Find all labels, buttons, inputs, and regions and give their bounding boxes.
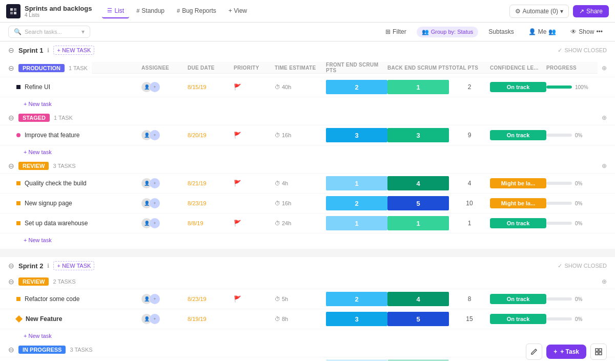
task-name[interactable]: New signup page [25,200,72,207]
tab-list[interactable]: ☰ List [102,4,129,18]
task-name[interactable]: Set up data warehouse [25,220,88,227]
task-name[interactable]: Refactor some code [25,295,79,303]
review2-toggle[interactable]: ⊖ [8,277,14,286]
sprint-1-new-task[interactable]: + NEW TASK [53,46,94,55]
me-button[interactable]: 👤 Me 👥 [524,26,561,37]
new-task-button[interactable]: + + Task [546,345,586,359]
progress-pct: 0% [575,133,582,138]
due-date: 8/21/19 [188,180,234,186]
task-name[interactable]: New Feature [26,315,62,323]
tab-add-view[interactable]: + View [223,4,252,18]
task-name[interactable]: Refine UI [25,83,50,91]
due-date: 8/8/19 [188,220,234,226]
progress-cell: 100% [546,84,598,90]
fe-pts-cell: 3 [326,312,387,326]
share-button[interactable]: ↗ Share [573,5,609,17]
table-row: User story 👤 + 8/26/19 🚩 ⏱ 24h 1 3 3 On … [0,357,615,360]
table-row: Refine UI 👤 + 8/15/19 🚩 ⏱ 40h 2 1 2 On t… [0,77,615,97]
priority-flag: 🚩 [234,180,275,187]
fe-pts-cell: 1 [326,216,387,230]
edit-icon-button[interactable] [526,344,542,360]
staged-add-icon[interactable]: ⊕ [602,114,607,121]
subtasks-button[interactable]: Subtasks [484,26,518,37]
plus-icon: + [554,348,557,355]
group-by-button[interactable]: 👥 Group by: Status [417,27,479,37]
due-date: 8/20/19 [188,132,234,138]
review2-add-icon[interactable]: ⊕ [602,278,607,285]
staged-task-count: 1 TASK [54,115,73,121]
progress-cell: 0% [546,181,598,186]
avatar-2: + [150,130,160,140]
group-review-header: ⊖ REVIEW 3 TASKS ⊕ [0,159,615,174]
grid-icon-button[interactable] [590,344,607,360]
automate-icon: ⚙ [515,8,521,15]
review2-new-task-link[interactable]: + New task [24,333,52,339]
production-task-count: 1 TASK [69,65,88,71]
sprint-1-show-closed[interactable]: ✓ SHOW CLOSED [558,47,607,54]
production-new-task-link[interactable]: + New task [24,101,52,107]
col-assignee: ASSIGNEE [141,65,188,71]
svg-rect-3 [14,12,16,14]
col-total-pts: TOTAL PTS [449,65,490,71]
chevron-down-icon: ▾ [81,28,85,35]
progress-bar [546,202,572,205]
review-add-icon[interactable]: ⊕ [602,162,607,169]
tab-standup[interactable]: # Standup [131,4,170,18]
show-button[interactable]: 👁 Show ••• [566,26,607,37]
assignee-cell: 👤 + [141,294,188,304]
staged-new-task-link[interactable]: + New task [24,149,52,155]
task-name-cell: New signup page [16,200,141,207]
review2-badge: REVIEW [18,277,49,286]
filter-button[interactable]: ⊞ Filter [381,26,411,37]
toolbar: 🔍 Search tasks... ▾ ⊞ Filter 👥 Group by:… [0,23,615,41]
share-icon: ↗ [579,8,584,15]
confidence-badge: On track [490,218,546,228]
staged-toggle[interactable]: ⊖ [8,114,14,122]
progress-pct: 0% [575,221,582,226]
sprint-2-info-icon: ℹ [47,263,49,269]
fe-pts-cell: 2 [326,196,387,210]
tab-bug-reports[interactable]: # Bug Reports [172,4,221,18]
task-name[interactable]: Quality check the build [25,180,87,187]
avatar-2: + [150,82,160,92]
topbar: Sprints and backlogs 4 Lists ☰ List # St… [0,0,615,23]
priority-flag: 🚩 [234,295,275,303]
svg-rect-2 [10,12,13,14]
bottom-bar: + + Task [526,339,607,360]
staged-badge: STAGED [18,114,50,122]
section-gap [0,249,615,257]
total-pts: 10 [449,200,490,207]
automate-button[interactable]: ⚙ Automate (0) ▾ [509,5,569,18]
confidence-badge: Might be la... [490,198,546,208]
progress-cell: 0% [546,316,598,322]
search-icon: 🔍 [14,28,22,35]
avatar-2: + [150,178,160,188]
search-box[interactable]: 🔍 Search tasks... ▾ [8,26,90,38]
svg-rect-4 [596,349,598,351]
standup-icon: # [136,8,139,14]
project-sub: 4 Lists [25,12,92,18]
table-row: New Feature 👤 + 8/19/19 ⏱ 8h 3 5 15 On t… [0,309,615,329]
sprint-1-section: ⊖ Sprint 1 ℹ + NEW TASK ✓ SHOW CLOSED ⊖ … [0,41,615,247]
me-icon: 👤 [528,28,536,35]
progress-bar [546,134,572,137]
progress-pct: 0% [575,201,582,206]
sprint-2-show-closed[interactable]: ✓ SHOW CLOSED [558,263,607,269]
sprint-2-new-task[interactable]: + NEW TASK [53,261,94,270]
review-toggle[interactable]: ⊖ [8,162,14,170]
sprint-2-title: Sprint 2 [18,262,43,270]
fe-pts-cell: 1 [326,176,387,190]
clock-icon: ⏱ [275,296,280,302]
sprint-1-title: Sprint 1 [18,47,43,54]
inprogress-toggle[interactable]: ⊖ [8,346,14,354]
production-add-icon[interactable]: ⊕ [602,65,607,72]
review-new-task-link[interactable]: + New task [24,237,52,243]
svg-rect-5 [599,349,602,351]
topbar-right: ⚙ Automate (0) ▾ ↗ Share [509,5,609,18]
production-toggle[interactable]: ⊖ [8,64,14,72]
sprint-2-toggle[interactable]: ⊖ [8,262,14,270]
sprint-1-toggle[interactable]: ⊖ [8,46,14,54]
fe-pts-cell: 3 [326,128,387,142]
task-name[interactable]: Improve that feature [25,132,79,139]
progress-cell: 0% [546,201,598,206]
